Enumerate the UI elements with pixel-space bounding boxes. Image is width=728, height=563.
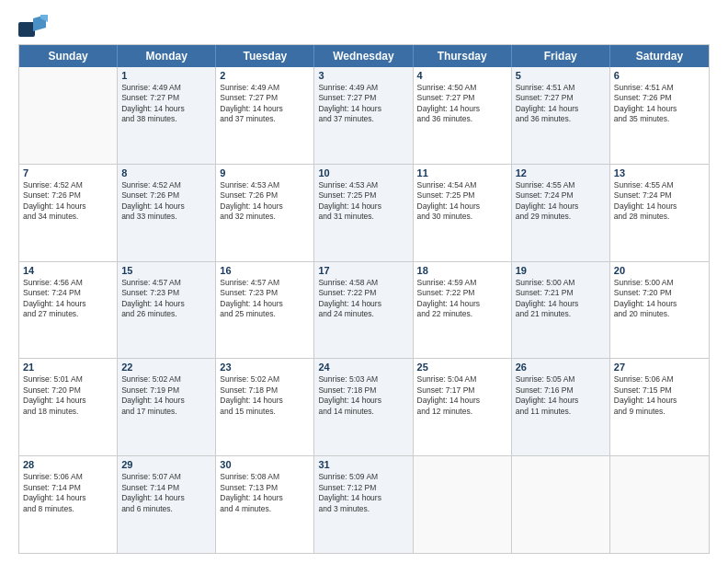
sunset-text: Sunset: 7:26 PM	[614, 93, 705, 103]
calendar-week-1: 1 Sunrise: 4:49 AM Sunset: 7:27 PM Dayli…	[19, 67, 709, 165]
calendar-cell: 24 Sunrise: 5:03 AM Sunset: 7:18 PM Dayl…	[314, 359, 413, 455]
calendar-cell: 16 Sunrise: 4:57 AM Sunset: 7:23 PM Dayl…	[216, 262, 314, 359]
sunrise-text: Sunrise: 4:52 AM	[121, 180, 211, 190]
header	[18, 15, 710, 37]
calendar-cell: 21 Sunrise: 5:01 AM Sunset: 7:20 PM Dayl…	[19, 359, 118, 455]
calendar-cell: 22 Sunrise: 5:02 AM Sunset: 7:19 PM Dayl…	[118, 359, 216, 455]
day-number: 19	[516, 265, 606, 276]
sunrise-text: Sunrise: 4:49 AM	[318, 83, 408, 93]
calendar-cell: 10 Sunrise: 4:53 AM Sunset: 7:25 PM Dayl…	[314, 165, 413, 261]
calendar-cell: 7 Sunrise: 4:52 AM Sunset: 7:26 PM Dayli…	[19, 165, 118, 261]
sunrise-text: Sunrise: 5:06 AM	[23, 472, 113, 482]
daylight-minutes: and 6 minutes.	[121, 504, 211, 514]
calendar-cell: 19 Sunrise: 5:00 AM Sunset: 7:21 PM Dayl…	[512, 262, 610, 359]
day-number: 11	[417, 167, 507, 178]
calendar-cell: 20 Sunrise: 5:00 AM Sunset: 7:20 PM Dayl…	[610, 262, 709, 359]
sunset-text: Sunset: 7:17 PM	[417, 385, 507, 396]
sunset-text: Sunset: 7:27 PM	[121, 93, 211, 103]
day-number: 17	[318, 265, 408, 276]
sunset-text: Sunset: 7:24 PM	[23, 288, 113, 298]
sunset-text: Sunset: 7:18 PM	[318, 385, 408, 396]
sunrise-text: Sunrise: 5:01 AM	[23, 374, 113, 385]
sunset-text: Sunset: 7:20 PM	[614, 288, 705, 298]
daylight-minutes: and 20 minutes.	[614, 309, 705, 319]
daylight-text: Daylight: 14 hours	[318, 201, 408, 212]
day-number: 10	[318, 167, 408, 178]
daylight-text: Daylight: 14 hours	[516, 396, 606, 406]
sunset-text: Sunset: 7:25 PM	[318, 190, 408, 201]
logo	[18, 15, 50, 37]
daylight-minutes: and 30 minutes.	[417, 212, 507, 222]
day-header-saturday: Saturday	[610, 45, 709, 67]
calendar-cell: 11 Sunrise: 4:54 AM Sunset: 7:25 PM Dayl…	[414, 165, 512, 261]
calendar-cell	[512, 456, 610, 553]
sunrise-text: Sunrise: 4:55 AM	[516, 180, 606, 190]
day-header-monday: Monday	[118, 45, 216, 67]
sunrise-text: Sunrise: 4:57 AM	[220, 278, 310, 288]
calendar-cell: 25 Sunrise: 5:04 AM Sunset: 7:17 PM Dayl…	[414, 359, 512, 455]
sunset-text: Sunset: 7:12 PM	[318, 483, 408, 493]
daylight-minutes: and 22 minutes.	[417, 309, 507, 319]
daylight-minutes: and 29 minutes.	[516, 212, 606, 222]
day-number: 7	[23, 167, 113, 178]
sunrise-text: Sunrise: 5:00 AM	[516, 278, 606, 288]
sunset-text: Sunset: 7:15 PM	[614, 385, 705, 396]
daylight-text: Daylight: 14 hours	[417, 396, 507, 406]
calendar-cell: 28 Sunrise: 5:06 AM Sunset: 7:14 PM Dayl…	[19, 456, 118, 553]
daylight-text: Daylight: 14 hours	[614, 201, 705, 212]
calendar-week-3: 14 Sunrise: 4:56 AM Sunset: 7:24 PM Dayl…	[19, 262, 709, 360]
day-number: 13	[614, 167, 705, 178]
daylight-minutes: and 18 minutes.	[23, 407, 113, 417]
daylight-minutes: and 37 minutes.	[220, 114, 310, 124]
day-number: 3	[318, 70, 408, 81]
sunrise-text: Sunrise: 4:52 AM	[23, 180, 113, 190]
daylight-minutes: and 4 minutes.	[220, 504, 310, 514]
daylight-text: Daylight: 14 hours	[614, 104, 705, 114]
daylight-text: Daylight: 14 hours	[121, 396, 211, 406]
day-header-sunday: Sunday	[19, 45, 118, 67]
day-number: 16	[220, 265, 310, 276]
calendar-cell: 5 Sunrise: 4:51 AM Sunset: 7:27 PM Dayli…	[512, 67, 610, 164]
sunrise-text: Sunrise: 4:57 AM	[121, 278, 211, 288]
logo-icon	[18, 15, 48, 37]
sunset-text: Sunset: 7:26 PM	[23, 190, 113, 201]
sunrise-text: Sunrise: 4:51 AM	[614, 83, 705, 93]
calendar-cell: 2 Sunrise: 4:49 AM Sunset: 7:27 PM Dayli…	[216, 67, 314, 164]
day-number: 12	[516, 167, 606, 178]
sunrise-text: Sunrise: 4:58 AM	[318, 278, 408, 288]
day-number: 28	[23, 459, 113, 470]
daylight-minutes: and 35 minutes.	[614, 114, 705, 124]
day-number: 21	[23, 362, 113, 373]
sunset-text: Sunset: 7:26 PM	[220, 190, 310, 201]
sunset-text: Sunset: 7:14 PM	[23, 483, 113, 493]
sunset-text: Sunset: 7:19 PM	[121, 385, 211, 396]
day-number: 9	[220, 167, 310, 178]
sunset-text: Sunset: 7:27 PM	[318, 93, 408, 103]
day-number: 31	[318, 459, 408, 470]
sunrise-text: Sunrise: 4:49 AM	[121, 83, 211, 93]
sunset-text: Sunset: 7:24 PM	[516, 190, 606, 201]
sunset-text: Sunset: 7:27 PM	[220, 93, 310, 103]
daylight-text: Daylight: 14 hours	[417, 201, 507, 212]
day-header-tuesday: Tuesday	[216, 45, 314, 67]
day-header-wednesday: Wednesday	[314, 45, 413, 67]
daylight-text: Daylight: 14 hours	[318, 493, 408, 503]
sunset-text: Sunset: 7:20 PM	[23, 385, 113, 396]
page: SundayMondayTuesdayWednesdayThursdayFrid…	[0, 0, 728, 563]
daylight-text: Daylight: 14 hours	[23, 396, 113, 406]
sunrise-text: Sunrise: 4:49 AM	[220, 83, 310, 93]
calendar: SundayMondayTuesdayWednesdayThursdayFrid…	[18, 44, 710, 554]
sunset-text: Sunset: 7:27 PM	[417, 93, 507, 103]
daylight-text: Daylight: 14 hours	[220, 493, 310, 503]
calendar-cell: 4 Sunrise: 4:50 AM Sunset: 7:27 PM Dayli…	[414, 67, 512, 164]
daylight-minutes: and 31 minutes.	[318, 212, 408, 222]
day-number: 6	[614, 70, 705, 81]
daylight-minutes: and 11 minutes.	[516, 407, 606, 417]
day-number: 18	[417, 265, 507, 276]
calendar-cell: 6 Sunrise: 4:51 AM Sunset: 7:26 PM Dayli…	[610, 67, 709, 164]
sunrise-text: Sunrise: 5:00 AM	[614, 278, 705, 288]
daylight-text: Daylight: 14 hours	[417, 299, 507, 309]
daylight-minutes: and 12 minutes.	[417, 407, 507, 417]
day-number: 4	[417, 70, 507, 81]
day-number: 30	[220, 459, 310, 470]
